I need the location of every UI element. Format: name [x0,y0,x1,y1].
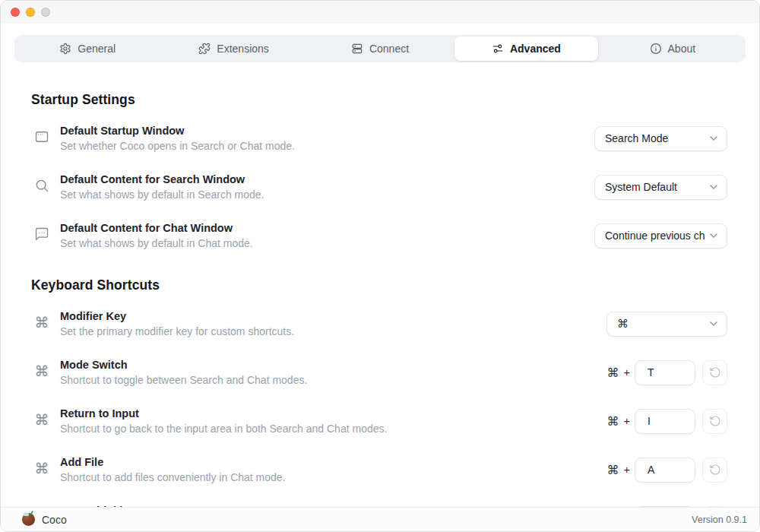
setting-row-return-to-input: ⌘ Return to Input Shortcut to go back to… [31,406,727,436]
settings-content: Startup Settings Default Startup Window … [1,62,759,508]
titlebar [1,1,759,24]
add-file-key-input[interactable]: A [635,458,695,483]
setting-title: Modifier Key [60,309,606,324]
rotate-ccw-icon [709,366,721,378]
setting-title: Mode Switch [60,357,607,372]
tab-label: General [78,43,116,55]
search-icon [34,178,49,193]
setting-row-search-default-content: Default Content for Search Window Set wh… [31,172,727,202]
puzzle-icon [198,43,211,55]
chevron-down-icon [708,132,720,144]
settings-window: General Extensions Connect Advanced Abou… [0,0,760,532]
chevron-down-icon [708,230,720,242]
reset-shortcut-button[interactable] [702,409,727,434]
setting-row-add-file: ⌘ Add File Shortcut to add files conveni… [31,454,727,485]
app-name: Coco [42,514,67,526]
server-icon [351,43,363,55]
version-label: Version 0.9.1 [692,515,747,525]
setting-description: Set what shows by default in Search mode… [60,187,594,202]
minimize-button[interactable] [26,8,35,17]
coconut-logo-icon [22,513,35,526]
status-bar: Coco Version 0.9.1 [1,507,759,531]
section-title-startup: Startup Settings [31,91,727,108]
section-title-shortcuts: Keyboard Shortcuts [31,277,727,293]
setting-description: Set whether Coco opens in Search or Chat… [60,138,594,154]
rotate-ccw-icon [709,415,721,427]
chevron-down-icon [708,181,720,193]
command-icon: ⌘ [34,315,49,330]
tab-label: Advanced [510,43,561,55]
modifier-key-select[interactable]: ⌘ [606,312,727,337]
setting-description: Shortcut to go back to the input area in… [60,421,607,436]
tab-extensions[interactable]: Extensions [162,36,305,61]
app-window-icon [34,129,49,144]
setting-description: Set the primary modifier key for custom … [60,324,606,339]
setting-title: Default Startup Window [60,123,594,138]
chat-default-content-select[interactable]: Continue previous ch [594,223,727,249]
setting-row-modifier-key: ⌘ Modifier Key Set the primary modifier … [31,309,727,339]
plus-sign: + [624,464,630,476]
setting-row-default-startup-window: Default Startup Window Set whether Coco … [31,123,727,154]
setting-title: Add File [60,454,607,470]
selected-value: ⌘ [617,317,629,331]
tab-label: Connect [369,43,409,55]
tab-bar: General Extensions Connect Advanced Abou… [14,35,746,62]
reset-shortcut-button[interactable] [702,360,727,385]
setting-row-chat-default-content: Default Content for Chat Window Set what… [31,220,727,251]
modifier-symbol: ⌘ [607,414,619,429]
sliders-icon [492,43,504,55]
command-icon: ⌘ [34,461,49,476]
tab-advanced[interactable]: Advanced [454,36,597,61]
key-value: I [648,415,651,427]
modifier-symbol: ⌘ [607,366,619,380]
tab-about[interactable]: About [601,36,744,61]
selected-value: Search Mode [605,132,668,144]
chevron-down-icon [708,318,720,330]
gear-icon [59,43,71,55]
key-value: A [648,464,654,476]
reset-shortcut-button[interactable] [702,458,727,483]
info-icon [650,43,662,55]
plus-sign: + [624,366,630,378]
command-icon: ⌘ [34,412,49,427]
mode-switch-key-input[interactable]: T [635,360,695,385]
startup-window-select[interactable]: Search Mode [594,126,727,151]
tab-connect[interactable]: Connect [309,36,451,61]
setting-title: Default Content for Search Window [60,172,594,187]
selected-value: Continue previous ch [605,230,705,242]
key-value: T [648,366,654,378]
chat-bubble-icon [34,226,49,242]
close-button[interactable] [11,8,20,17]
modifier-symbol: ⌘ [607,463,619,477]
return-to-input-key-input[interactable]: I [635,409,695,434]
selected-value: System Default [605,181,677,193]
search-default-content-select[interactable]: System Default [594,175,727,200]
setting-description: Set what shows by default in Chat mode. [60,236,594,251]
setting-description: Shortcut to toggle between Search and Ch… [60,372,607,388]
tab-general[interactable]: General [16,36,159,61]
plus-sign: + [624,415,630,427]
setting-description: Shortcut to add files conveniently in Ch… [60,470,607,485]
zoom-button[interactable] [41,8,50,17]
tab-label: Extensions [217,43,268,55]
setting-title: Default Content for Chat Window [60,220,594,236]
setting-row-mode-switch: ⌘ Mode Switch Shortcut to toggle between… [31,357,727,388]
command-icon: ⌘ [34,363,49,378]
rotate-ccw-icon [709,464,721,476]
tab-label: About [668,43,696,55]
setting-title: Return to Input [60,406,607,421]
